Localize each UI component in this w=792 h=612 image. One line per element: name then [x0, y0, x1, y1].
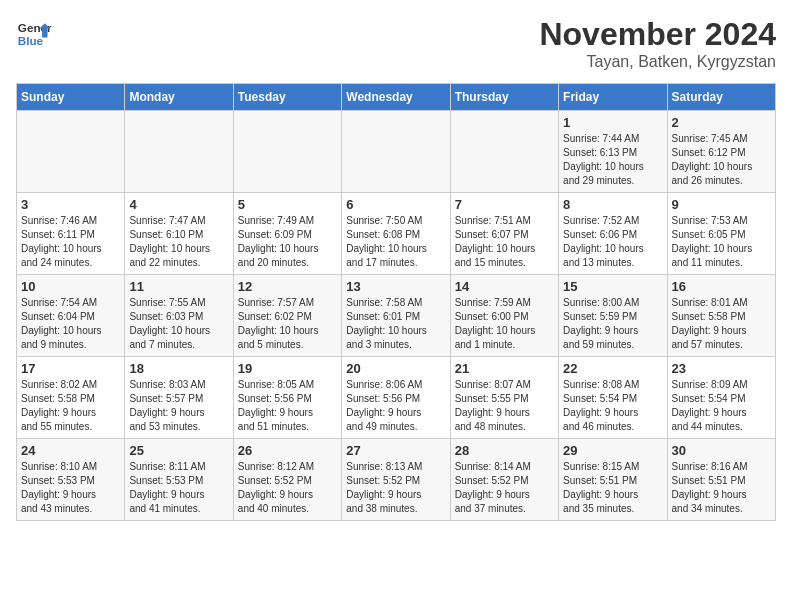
day-number: 21	[455, 361, 554, 376]
day-number: 10	[21, 279, 120, 294]
day-info: Sunrise: 7:47 AM Sunset: 6:10 PM Dayligh…	[129, 214, 228, 270]
calendar-cell: 12Sunrise: 7:57 AM Sunset: 6:02 PM Dayli…	[233, 275, 341, 357]
calendar-cell: 30Sunrise: 8:16 AM Sunset: 5:51 PM Dayli…	[667, 439, 775, 521]
month-year: November 2024	[539, 16, 776, 53]
calendar-cell: 23Sunrise: 8:09 AM Sunset: 5:54 PM Dayli…	[667, 357, 775, 439]
day-number: 22	[563, 361, 662, 376]
day-number: 9	[672, 197, 771, 212]
day-number: 4	[129, 197, 228, 212]
calendar-cell: 20Sunrise: 8:06 AM Sunset: 5:56 PM Dayli…	[342, 357, 450, 439]
calendar-cell	[233, 111, 341, 193]
day-info: Sunrise: 7:59 AM Sunset: 6:00 PM Dayligh…	[455, 296, 554, 352]
day-info: Sunrise: 7:58 AM Sunset: 6:01 PM Dayligh…	[346, 296, 445, 352]
calendar-cell: 29Sunrise: 8:15 AM Sunset: 5:51 PM Dayli…	[559, 439, 667, 521]
day-number: 26	[238, 443, 337, 458]
day-number: 28	[455, 443, 554, 458]
weekday-header-saturday: Saturday	[667, 84, 775, 111]
calendar-week-4: 17Sunrise: 8:02 AM Sunset: 5:58 PM Dayli…	[17, 357, 776, 439]
day-info: Sunrise: 7:51 AM Sunset: 6:07 PM Dayligh…	[455, 214, 554, 270]
calendar-cell: 22Sunrise: 8:08 AM Sunset: 5:54 PM Dayli…	[559, 357, 667, 439]
day-number: 29	[563, 443, 662, 458]
calendar-cell: 13Sunrise: 7:58 AM Sunset: 6:01 PM Dayli…	[342, 275, 450, 357]
svg-text:Blue: Blue	[18, 34, 44, 47]
day-number: 1	[563, 115, 662, 130]
day-info: Sunrise: 8:06 AM Sunset: 5:56 PM Dayligh…	[346, 378, 445, 434]
day-info: Sunrise: 7:50 AM Sunset: 6:08 PM Dayligh…	[346, 214, 445, 270]
day-number: 20	[346, 361, 445, 376]
day-info: Sunrise: 7:44 AM Sunset: 6:13 PM Dayligh…	[563, 132, 662, 188]
calendar-cell: 17Sunrise: 8:02 AM Sunset: 5:58 PM Dayli…	[17, 357, 125, 439]
logo: General Blue	[16, 16, 52, 52]
calendar-cell: 9Sunrise: 7:53 AM Sunset: 6:05 PM Daylig…	[667, 193, 775, 275]
day-info: Sunrise: 8:07 AM Sunset: 5:55 PM Dayligh…	[455, 378, 554, 434]
day-number: 2	[672, 115, 771, 130]
calendar-cell: 4Sunrise: 7:47 AM Sunset: 6:10 PM Daylig…	[125, 193, 233, 275]
calendar-cell: 19Sunrise: 8:05 AM Sunset: 5:56 PM Dayli…	[233, 357, 341, 439]
calendar-week-5: 24Sunrise: 8:10 AM Sunset: 5:53 PM Dayli…	[17, 439, 776, 521]
calendar-cell: 16Sunrise: 8:01 AM Sunset: 5:58 PM Dayli…	[667, 275, 775, 357]
day-number: 25	[129, 443, 228, 458]
calendar-cell	[17, 111, 125, 193]
location: Tayan, Batken, Kyrgyzstan	[539, 53, 776, 71]
day-info: Sunrise: 8:09 AM Sunset: 5:54 PM Dayligh…	[672, 378, 771, 434]
calendar-cell: 21Sunrise: 8:07 AM Sunset: 5:55 PM Dayli…	[450, 357, 558, 439]
calendar-cell: 5Sunrise: 7:49 AM Sunset: 6:09 PM Daylig…	[233, 193, 341, 275]
calendar-cell	[342, 111, 450, 193]
calendar-cell: 26Sunrise: 8:12 AM Sunset: 5:52 PM Dayli…	[233, 439, 341, 521]
calendar-cell: 28Sunrise: 8:14 AM Sunset: 5:52 PM Dayli…	[450, 439, 558, 521]
day-info: Sunrise: 7:55 AM Sunset: 6:03 PM Dayligh…	[129, 296, 228, 352]
day-info: Sunrise: 7:46 AM Sunset: 6:11 PM Dayligh…	[21, 214, 120, 270]
calendar-cell: 11Sunrise: 7:55 AM Sunset: 6:03 PM Dayli…	[125, 275, 233, 357]
day-info: Sunrise: 8:15 AM Sunset: 5:51 PM Dayligh…	[563, 460, 662, 516]
weekday-header-tuesday: Tuesday	[233, 84, 341, 111]
calendar-cell: 18Sunrise: 8:03 AM Sunset: 5:57 PM Dayli…	[125, 357, 233, 439]
day-info: Sunrise: 7:52 AM Sunset: 6:06 PM Dayligh…	[563, 214, 662, 270]
calendar-cell	[125, 111, 233, 193]
calendar-cell: 3Sunrise: 7:46 AM Sunset: 6:11 PM Daylig…	[17, 193, 125, 275]
calendar-header: SundayMondayTuesdayWednesdayThursdayFrid…	[17, 84, 776, 111]
weekday-header-monday: Monday	[125, 84, 233, 111]
calendar-cell	[450, 111, 558, 193]
day-info: Sunrise: 8:12 AM Sunset: 5:52 PM Dayligh…	[238, 460, 337, 516]
day-info: Sunrise: 8:01 AM Sunset: 5:58 PM Dayligh…	[672, 296, 771, 352]
day-number: 30	[672, 443, 771, 458]
day-number: 23	[672, 361, 771, 376]
day-number: 12	[238, 279, 337, 294]
day-info: Sunrise: 8:05 AM Sunset: 5:56 PM Dayligh…	[238, 378, 337, 434]
calendar-week-3: 10Sunrise: 7:54 AM Sunset: 6:04 PM Dayli…	[17, 275, 776, 357]
day-number: 8	[563, 197, 662, 212]
weekday-header-friday: Friday	[559, 84, 667, 111]
logo-icon: General Blue	[16, 16, 52, 52]
day-info: Sunrise: 8:11 AM Sunset: 5:53 PM Dayligh…	[129, 460, 228, 516]
day-number: 5	[238, 197, 337, 212]
day-number: 3	[21, 197, 120, 212]
day-info: Sunrise: 7:57 AM Sunset: 6:02 PM Dayligh…	[238, 296, 337, 352]
calendar-cell: 2Sunrise: 7:45 AM Sunset: 6:12 PM Daylig…	[667, 111, 775, 193]
calendar-cell: 15Sunrise: 8:00 AM Sunset: 5:59 PM Dayli…	[559, 275, 667, 357]
calendar-cell: 8Sunrise: 7:52 AM Sunset: 6:06 PM Daylig…	[559, 193, 667, 275]
weekday-header-row: SundayMondayTuesdayWednesdayThursdayFrid…	[17, 84, 776, 111]
day-info: Sunrise: 8:00 AM Sunset: 5:59 PM Dayligh…	[563, 296, 662, 352]
title-area: November 2024 Tayan, Batken, Kyrgyzstan	[539, 16, 776, 71]
weekday-header-thursday: Thursday	[450, 84, 558, 111]
header: General Blue November 2024 Tayan, Batken…	[16, 16, 776, 71]
day-info: Sunrise: 7:49 AM Sunset: 6:09 PM Dayligh…	[238, 214, 337, 270]
day-info: Sunrise: 8:16 AM Sunset: 5:51 PM Dayligh…	[672, 460, 771, 516]
calendar-cell: 14Sunrise: 7:59 AM Sunset: 6:00 PM Dayli…	[450, 275, 558, 357]
day-number: 19	[238, 361, 337, 376]
day-number: 18	[129, 361, 228, 376]
day-info: Sunrise: 8:02 AM Sunset: 5:58 PM Dayligh…	[21, 378, 120, 434]
calendar-cell: 7Sunrise: 7:51 AM Sunset: 6:07 PM Daylig…	[450, 193, 558, 275]
day-number: 11	[129, 279, 228, 294]
day-number: 15	[563, 279, 662, 294]
day-info: Sunrise: 7:53 AM Sunset: 6:05 PM Dayligh…	[672, 214, 771, 270]
calendar-cell: 10Sunrise: 7:54 AM Sunset: 6:04 PM Dayli…	[17, 275, 125, 357]
day-info: Sunrise: 8:14 AM Sunset: 5:52 PM Dayligh…	[455, 460, 554, 516]
weekday-header-wednesday: Wednesday	[342, 84, 450, 111]
day-number: 7	[455, 197, 554, 212]
calendar-week-1: 1Sunrise: 7:44 AM Sunset: 6:13 PM Daylig…	[17, 111, 776, 193]
day-info: Sunrise: 7:45 AM Sunset: 6:12 PM Dayligh…	[672, 132, 771, 188]
day-number: 13	[346, 279, 445, 294]
calendar-cell: 27Sunrise: 8:13 AM Sunset: 5:52 PM Dayli…	[342, 439, 450, 521]
day-number: 17	[21, 361, 120, 376]
